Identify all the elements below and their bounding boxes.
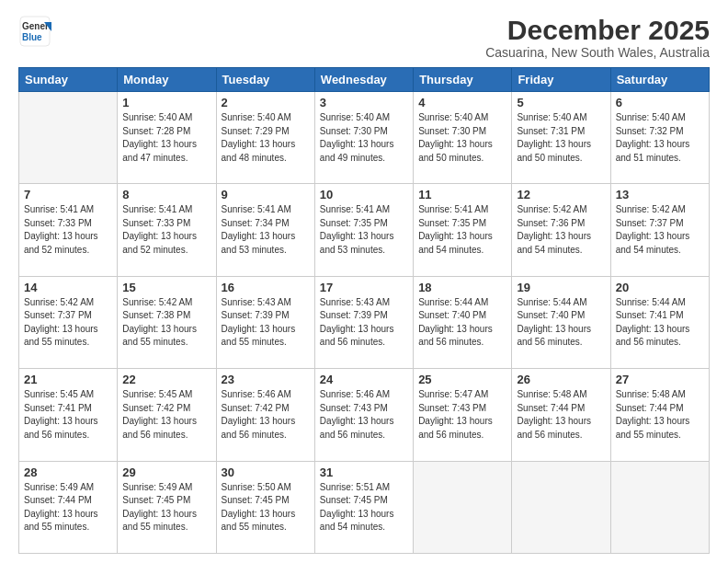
day-info: Sunrise: 5:46 AM Sunset: 7:43 PM Dayligh… (320, 388, 408, 442)
day-number: 17 (320, 281, 408, 294)
calendar-cell: 27Sunrise: 5:48 AM Sunset: 7:44 PM Dayli… (610, 369, 709, 461)
day-number: 18 (418, 281, 506, 294)
calendar-cell: 20Sunrise: 5:44 AM Sunset: 7:41 PM Dayli… (610, 276, 709, 368)
day-header-tuesday: Tuesday (216, 68, 314, 92)
calendar-cell: 3Sunrise: 5:40 AM Sunset: 7:30 PM Daylig… (314, 92, 413, 184)
week-row-2: 7Sunrise: 5:41 AM Sunset: 7:33 PM Daylig… (19, 184, 710, 276)
day-number: 8 (122, 188, 210, 201)
day-info: Sunrise: 5:51 AM Sunset: 7:45 PM Dayligh… (320, 481, 408, 534)
day-info: Sunrise: 5:46 AM Sunset: 7:42 PM Dayligh… (222, 388, 310, 442)
day-info: Sunrise: 5:49 AM Sunset: 7:45 PM Dayligh… (122, 481, 210, 534)
day-number: 2 (222, 96, 310, 109)
calendar-cell: 24Sunrise: 5:46 AM Sunset: 7:43 PM Dayli… (314, 369, 413, 461)
day-number: 28 (24, 465, 112, 479)
calendar-cell: 26Sunrise: 5:48 AM Sunset: 7:44 PM Dayli… (512, 369, 610, 461)
day-info: Sunrise: 5:40 AM Sunset: 7:32 PM Dayligh… (616, 111, 704, 165)
calendar-cell: 23Sunrise: 5:46 AM Sunset: 7:42 PM Dayli… (216, 369, 314, 461)
day-info: Sunrise: 5:48 AM Sunset: 7:44 PM Dayligh… (616, 388, 704, 442)
calendar-cell: 16Sunrise: 5:43 AM Sunset: 7:39 PM Dayli… (216, 276, 314, 368)
day-header-sunday: Sunday (19, 68, 118, 92)
day-info: Sunrise: 5:42 AM Sunset: 7:38 PM Dayligh… (122, 296, 210, 350)
calendar-cell (610, 461, 709, 553)
day-header-thursday: Thursday (414, 68, 512, 92)
day-number: 26 (517, 373, 605, 386)
day-info: Sunrise: 5:43 AM Sunset: 7:39 PM Dayligh… (222, 296, 310, 350)
day-header-wednesday: Wednesday (314, 68, 413, 92)
day-info: Sunrise: 5:47 AM Sunset: 7:43 PM Dayligh… (418, 388, 506, 442)
calendar-cell: 29Sunrise: 5:49 AM Sunset: 7:45 PM Dayli… (118, 461, 216, 553)
calendar-cell: 5Sunrise: 5:40 AM Sunset: 7:31 PM Daylig… (512, 92, 610, 184)
calendar-cell: 18Sunrise: 5:44 AM Sunset: 7:40 PM Dayli… (414, 276, 512, 368)
day-info: Sunrise: 5:41 AM Sunset: 7:35 PM Dayligh… (320, 203, 408, 257)
header: General Blue December 2025 Casuarina, Ne… (18, 15, 710, 60)
calendar-cell: 14Sunrise: 5:42 AM Sunset: 7:37 PM Dayli… (19, 276, 118, 368)
day-number: 22 (122, 373, 210, 386)
calendar-cell: 13Sunrise: 5:42 AM Sunset: 7:37 PM Dayli… (610, 184, 709, 276)
week-row-3: 14Sunrise: 5:42 AM Sunset: 7:37 PM Dayli… (19, 276, 710, 368)
calendar-cell: 7Sunrise: 5:41 AM Sunset: 7:33 PM Daylig… (19, 184, 118, 276)
day-number: 25 (418, 373, 506, 386)
location-subtitle: Casuarina, New South Wales, Australia (485, 45, 710, 60)
logo: General Blue (18, 15, 51, 48)
calendar-cell: 22Sunrise: 5:45 AM Sunset: 7:42 PM Dayli… (118, 369, 216, 461)
svg-text:Blue: Blue (22, 32, 42, 42)
calendar-cell: 4Sunrise: 5:40 AM Sunset: 7:30 PM Daylig… (414, 92, 512, 184)
calendar: SundayMondayTuesdayWednesdayThursdayFrid… (18, 67, 710, 554)
day-number: 21 (24, 373, 112, 386)
day-info: Sunrise: 5:45 AM Sunset: 7:41 PM Dayligh… (24, 388, 112, 442)
calendar-cell: 8Sunrise: 5:41 AM Sunset: 7:33 PM Daylig… (118, 184, 216, 276)
calendar-cell: 25Sunrise: 5:47 AM Sunset: 7:43 PM Dayli… (414, 369, 512, 461)
day-info: Sunrise: 5:41 AM Sunset: 7:34 PM Dayligh… (222, 203, 310, 257)
calendar-cell: 31Sunrise: 5:51 AM Sunset: 7:45 PM Dayli… (314, 461, 413, 553)
day-number: 11 (418, 188, 506, 201)
day-number: 23 (222, 373, 310, 386)
month-title: December 2025 (485, 15, 710, 45)
day-number: 3 (320, 96, 408, 109)
week-row-1: 1Sunrise: 5:40 AM Sunset: 7:28 PM Daylig… (19, 92, 710, 184)
day-info: Sunrise: 5:40 AM Sunset: 7:28 PM Dayligh… (122, 111, 210, 165)
day-number: 5 (517, 96, 605, 109)
day-info: Sunrise: 5:41 AM Sunset: 7:33 PM Dayligh… (24, 203, 112, 257)
calendar-cell: 30Sunrise: 5:50 AM Sunset: 7:45 PM Dayli… (216, 461, 314, 553)
day-number: 12 (517, 188, 605, 201)
day-info: Sunrise: 5:50 AM Sunset: 7:45 PM Dayligh… (222, 481, 310, 534)
calendar-cell: 21Sunrise: 5:45 AM Sunset: 7:41 PM Dayli… (19, 369, 118, 461)
day-number: 27 (616, 373, 704, 386)
calendar-cell (19, 92, 118, 184)
calendar-cell: 15Sunrise: 5:42 AM Sunset: 7:38 PM Dayli… (118, 276, 216, 368)
day-info: Sunrise: 5:42 AM Sunset: 7:37 PM Dayligh… (24, 296, 112, 350)
calendar-cell (414, 461, 512, 553)
day-number: 29 (122, 465, 210, 479)
day-info: Sunrise: 5:41 AM Sunset: 7:35 PM Dayligh… (418, 203, 506, 257)
day-info: Sunrise: 5:48 AM Sunset: 7:44 PM Dayligh… (517, 388, 605, 442)
title-section: December 2025 Casuarina, New South Wales… (485, 15, 710, 60)
day-number: 14 (24, 281, 112, 294)
day-info: Sunrise: 5:44 AM Sunset: 7:40 PM Dayligh… (418, 296, 506, 350)
calendar-cell: 12Sunrise: 5:42 AM Sunset: 7:36 PM Dayli… (512, 184, 610, 276)
page: General Blue December 2025 Casuarina, Ne… (0, 0, 728, 563)
calendar-cell: 1Sunrise: 5:40 AM Sunset: 7:28 PM Daylig… (118, 92, 216, 184)
day-number: 19 (517, 281, 605, 294)
day-info: Sunrise: 5:40 AM Sunset: 7:31 PM Dayligh… (517, 111, 605, 165)
day-info: Sunrise: 5:44 AM Sunset: 7:41 PM Dayligh… (616, 296, 704, 350)
day-number: 31 (320, 465, 408, 479)
day-info: Sunrise: 5:40 AM Sunset: 7:30 PM Dayligh… (320, 111, 408, 165)
calendar-cell: 19Sunrise: 5:44 AM Sunset: 7:40 PM Dayli… (512, 276, 610, 368)
day-info: Sunrise: 5:44 AM Sunset: 7:40 PM Dayligh… (517, 296, 605, 350)
day-header-saturday: Saturday (610, 68, 709, 92)
day-number: 6 (616, 96, 704, 109)
calendar-cell: 17Sunrise: 5:43 AM Sunset: 7:39 PM Dayli… (314, 276, 413, 368)
week-row-4: 21Sunrise: 5:45 AM Sunset: 7:41 PM Dayli… (19, 369, 710, 461)
day-number: 20 (616, 281, 704, 294)
day-number: 15 (122, 281, 210, 294)
calendar-cell: 28Sunrise: 5:49 AM Sunset: 7:44 PM Dayli… (19, 461, 118, 553)
day-header-monday: Monday (118, 68, 216, 92)
day-number: 7 (24, 188, 112, 201)
day-number: 10 (320, 188, 408, 201)
day-info: Sunrise: 5:45 AM Sunset: 7:42 PM Dayligh… (122, 388, 210, 442)
day-number: 9 (222, 188, 310, 201)
calendar-cell (512, 461, 610, 553)
calendar-cell: 9Sunrise: 5:41 AM Sunset: 7:34 PM Daylig… (216, 184, 314, 276)
day-number: 24 (320, 373, 408, 386)
day-info: Sunrise: 5:40 AM Sunset: 7:29 PM Dayligh… (222, 111, 310, 165)
